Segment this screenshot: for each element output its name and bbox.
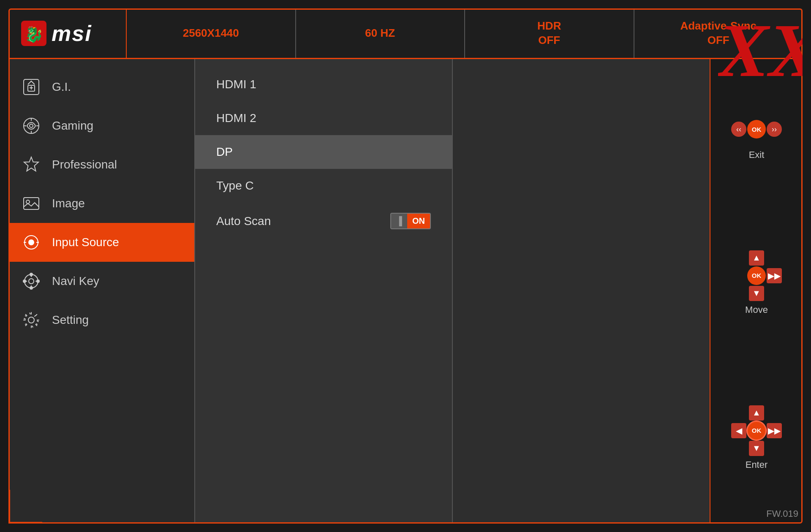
svg-point-25 <box>28 317 34 323</box>
controls-panel: ‹‹ OK ›› Exit ▲ OK ▶▶ <box>710 59 803 524</box>
navi-key-icon <box>21 271 41 291</box>
sidebar-item-setting[interactable]: Setting <box>8 301 194 339</box>
exit-right-btn[interactable]: ›› <box>767 122 782 137</box>
sidebar-item-professional[interactable]: Professional <box>8 145 194 184</box>
sidebar-label-gi: G.I. <box>52 80 71 94</box>
refresh-rate-stat: 60 HZ <box>296 8 465 58</box>
enter-label: Enter <box>746 459 768 470</box>
resolution-stat: 2560X1440 <box>127 8 296 58</box>
image-icon <box>21 193 41 214</box>
sidebar-label-professional: Professional <box>52 158 117 171</box>
toggle-off-label: ▐ <box>391 214 407 228</box>
msi-dragon-icon: 🐉 <box>21 21 46 46</box>
svg-point-16 <box>29 240 34 245</box>
header-stats: 2560X1440 60 HZ HDROFF Adaptive-SyncOFF <box>127 8 803 58</box>
msi-xx-logo: XX <box>718 8 803 84</box>
msi-logo-text: msi <box>52 21 92 46</box>
header: 🐉 msi 2560X1440 60 HZ HDROFF Adaptive-Sy… <box>8 8 803 59</box>
enter-right-btn[interactable]: ▶▶ <box>767 423 782 438</box>
svg-text:🐉: 🐉 <box>24 25 44 43</box>
move-up-btn[interactable]: ▲ <box>749 250 764 266</box>
sidebar-label-navi-key: Navi Key <box>52 274 99 288</box>
right-panel <box>453 59 710 524</box>
exit-dpad: ‹‹ OK ›› <box>731 112 782 146</box>
move-right-btn[interactable]: ▶▶ <box>767 268 782 283</box>
move-ok-btn[interactable]: OK <box>747 266 766 285</box>
gaming-icon <box>21 116 41 136</box>
exit-control-group: ‹‹ OK ›› Exit <box>731 112 782 160</box>
svg-point-21 <box>30 273 33 276</box>
toggle-on-label: ON <box>407 214 430 228</box>
hdmi1-option[interactable]: HDMI 1 <box>195 68 452 101</box>
sidebar-item-gaming[interactable]: Gaming <box>8 106 194 145</box>
gi-icon <box>21 77 41 97</box>
move-label: Move <box>745 304 768 315</box>
exit-left-btn[interactable]: ‹‹ <box>731 122 746 137</box>
sidebar-label-input-source: Input Source <box>52 236 119 249</box>
sidebar-label-gaming: Gaming <box>52 119 93 133</box>
input-source-panel: HDMI 1 HDMI 2 DP Type C Auto Scan ▐ ON <box>194 59 453 524</box>
sidebar-item-navi-key[interactable]: Navi Key <box>8 262 194 301</box>
autoscan-toggle[interactable]: ▐ ON <box>390 213 431 229</box>
main-content: G.I. Gaming <box>8 59 803 524</box>
svg-point-22 <box>30 287 33 289</box>
sidebar-label-image: Image <box>52 197 85 210</box>
exit-ok-btn[interactable]: OK <box>747 120 766 138</box>
sidebar-item-gi[interactable]: G.I. <box>8 68 194 106</box>
enter-ok-btn[interactable]: OK <box>746 421 767 441</box>
enter-up-btn[interactable]: ▲ <box>749 405 764 421</box>
firmware-version: FW.019 <box>766 508 798 519</box>
hdmi2-option[interactable]: HDMI 2 <box>195 101 452 135</box>
input-source-icon <box>21 232 41 252</box>
sidebar-label-setting: Setting <box>52 313 89 327</box>
setting-icon <box>21 310 41 330</box>
sidebar-item-image[interactable]: Image <box>8 184 194 223</box>
typec-option[interactable]: Type C <box>195 169 452 203</box>
enter-control-group: ▲ ◀ OK ▶▶ ▼ Enter <box>731 405 782 470</box>
svg-point-8 <box>30 124 33 128</box>
sidebar-item-input-source[interactable]: Input Source <box>8 223 194 262</box>
move-control-group: ▲ OK ▶▶ ▼ Move <box>731 250 782 315</box>
logo-section: 🐉 msi <box>8 8 127 58</box>
move-dpad: ▲ OK ▶▶ ▼ <box>731 250 782 301</box>
exit-label: Exit <box>749 149 765 160</box>
professional-icon <box>21 155 41 175</box>
sidebar: G.I. Gaming <box>8 59 194 524</box>
hdr-stat: HDROFF <box>465 8 634 58</box>
dp-option[interactable]: DP <box>195 135 452 169</box>
enter-left-btn[interactable]: ◀ <box>731 423 746 438</box>
move-down-btn[interactable]: ▼ <box>749 286 764 301</box>
svg-point-23 <box>23 280 26 282</box>
svg-point-20 <box>29 279 34 284</box>
enter-dpad: ▲ ◀ OK ▶▶ ▼ <box>731 405 782 456</box>
svg-point-24 <box>37 280 39 282</box>
svg-rect-13 <box>24 198 39 209</box>
svg-text:XX: XX <box>718 8 803 84</box>
autoscan-option[interactable]: Auto Scan ▐ ON <box>195 203 452 239</box>
enter-down-btn[interactable]: ▼ <box>749 441 764 456</box>
